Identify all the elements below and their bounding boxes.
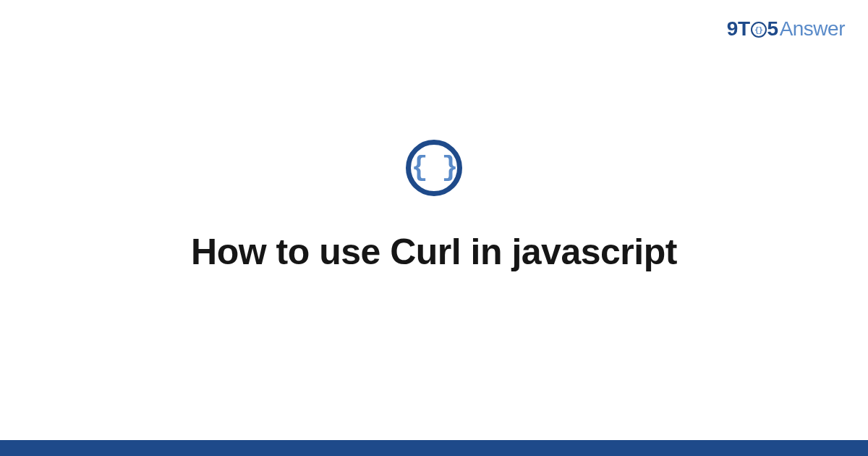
footer-accent-bar [0,440,868,456]
main-content: { } How to use Curl in javascript [0,0,868,456]
question-title: How to use Curl in javascript [191,231,677,273]
code-braces-icon: { } [412,154,456,182]
category-icon-circle: { } [406,140,462,196]
